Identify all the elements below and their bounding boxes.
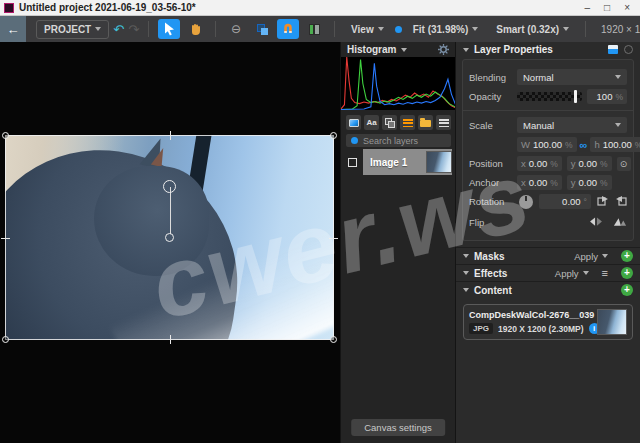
masks-title: Masks — [474, 251, 505, 262]
redo-button[interactable]: ↷ — [128, 22, 139, 37]
anchor-x-input[interactable]: x 0.00 % — [517, 175, 562, 190]
chevron-down-icon — [378, 27, 384, 31]
reset-icon[interactable] — [624, 45, 633, 54]
toolbar-separator — [215, 21, 216, 37]
flip-horizontal-button[interactable] — [589, 213, 603, 231]
rotation-dial[interactable] — [519, 195, 533, 209]
percent-unit: % — [600, 178, 608, 188]
scale-label: Scale — [469, 120, 517, 131]
scale-height-input[interactable]: h 100.00 % — [590, 137, 640, 152]
chevron-down-icon[interactable] — [401, 48, 407, 52]
zoom-fit-label: Fit (31.98%) — [413, 24, 469, 35]
search-layers-box[interactable] — [346, 134, 451, 147]
link-dimensions-toggle[interactable]: ∞ — [580, 139, 588, 151]
degree-unit: ° — [584, 197, 587, 207]
minimize-button[interactable]: – — [585, 1, 591, 15]
project-menu-button[interactable]: PROJECT — [36, 20, 109, 39]
add-content-button[interactable]: + — [621, 284, 633, 296]
selection-handle-right[interactable] — [329, 238, 338, 239]
smart-scaling-button[interactable]: Smart (0.32x) — [489, 21, 576, 38]
add-effect-button[interactable]: + — [621, 267, 633, 279]
chevron-down-icon — [463, 288, 469, 292]
add-image-button[interactable] — [346, 115, 361, 130]
add-text-button[interactable]: Aa — [364, 115, 379, 130]
effects-apply-dropdown[interactable]: Apply — [555, 268, 589, 279]
position-target-button[interactable]: ⊙ — [617, 157, 631, 171]
effects-apply-label: Apply — [555, 268, 579, 279]
selection-handle-top-right[interactable] — [330, 132, 337, 139]
layer-properties-header[interactable]: Layer Properties — [456, 42, 640, 57]
hand-tool-button[interactable] — [184, 19, 206, 39]
blending-select[interactable]: Normal — [517, 69, 627, 85]
rotate-ccw-icon — [597, 196, 609, 207]
scale-width-input[interactable]: W 100.00 % — [517, 137, 577, 152]
undo-button[interactable]: ↶ — [113, 22, 124, 37]
view-menu-button[interactable]: View — [344, 21, 391, 38]
selection-handle-bottom-left[interactable] — [2, 336, 9, 343]
position-x-input[interactable]: x 0.00 % — [517, 156, 562, 171]
layer-tools-row: Aa — [341, 115, 456, 130]
file-format-badge: JPG — [469, 323, 493, 334]
transform-tool-button[interactable] — [251, 19, 273, 39]
file-dimensions: 1920 X 1200 (2.30MP) — [498, 324, 584, 334]
percent-unit: % — [600, 159, 608, 169]
layer-visibility-checkbox[interactable] — [348, 158, 357, 167]
chevron-down-icon — [463, 271, 469, 275]
title-bar: Untitled project 2021-06-19_03-56-10* – … — [0, 0, 640, 16]
duplicate-layer-button[interactable] — [382, 115, 397, 130]
presets-icon[interactable] — [608, 45, 618, 54]
y-label: y — [571, 158, 576, 169]
histogram-title: Histogram — [347, 44, 396, 55]
opacity-slider[interactable] — [517, 92, 582, 101]
selection-handle-top-left[interactable] — [2, 132, 9, 139]
add-adjustment-button[interactable] — [400, 115, 415, 130]
search-layers-input[interactable] — [363, 136, 446, 146]
selection-handle-left[interactable] — [1, 238, 10, 239]
selection-handle-bottom-right[interactable] — [330, 336, 337, 343]
histogram-chart — [341, 57, 456, 110]
rotate-cw-button[interactable] — [615, 196, 627, 207]
layer-list-menu-button[interactable] — [436, 115, 451, 130]
anchor-y-input[interactable]: y 0.00 % — [567, 175, 612, 190]
opacity-slider-handle[interactable] — [574, 90, 577, 103]
close-button[interactable]: × — [624, 1, 630, 15]
content-section-header[interactable]: Content + — [456, 281, 640, 298]
new-folder-button[interactable] — [418, 115, 433, 130]
flip-vertical-button[interactable] — [613, 213, 627, 231]
scale-mode-select[interactable]: Manual — [517, 117, 627, 133]
maximize-button[interactable]: □ — [604, 1, 610, 15]
effects-section-header[interactable]: Effects Apply ≡ + — [456, 264, 640, 281]
rotation-handle[interactable] — [163, 180, 176, 193]
canvas-area[interactable] — [0, 42, 340, 443]
scale-row: Scale Manual — [469, 117, 627, 133]
flip-row: Flip — [469, 213, 627, 231]
rotation-input[interactable]: 0.00 ° — [539, 194, 591, 209]
content-card[interactable]: CompDeskWalCol-2676__039 JPG 1920 X 1200… — [463, 304, 633, 340]
y-label: y — [571, 177, 576, 188]
layer-name: Image 1 — [370, 157, 426, 168]
snapping-toggle-button[interactable] — [277, 19, 299, 39]
masks-apply-dropdown[interactable]: Apply — [574, 251, 608, 262]
chevron-down-icon — [472, 27, 478, 31]
masks-section-header[interactable]: Masks Apply + — [456, 247, 640, 264]
back-button[interactable]: ← — [0, 16, 26, 42]
guides-toggle-button[interactable] — [303, 19, 325, 39]
canvas-settings-button[interactable]: Canvas settings — [351, 419, 445, 436]
opacity-value-box[interactable]: 100 % — [587, 89, 627, 104]
rotation-row: Rotation 0.00 ° — [469, 194, 627, 209]
add-mask-button[interactable]: + — [621, 250, 633, 262]
position-y-input[interactable]: y 0.00 % — [567, 156, 612, 171]
layer-item[interactable]: Image 1 — [363, 149, 452, 175]
anchor-point[interactable] — [165, 233, 174, 242]
selection-handle-top[interactable] — [170, 131, 171, 140]
layer-row[interactable]: Image 1 — [341, 149, 456, 175]
toolbar-separator — [334, 21, 335, 37]
zoom-fit-button[interactable]: Fit (31.98%) — [406, 21, 486, 38]
effects-menu-button[interactable]: ≡ — [602, 267, 608, 279]
gear-icon[interactable] — [438, 44, 449, 55]
select-tool-button[interactable] — [158, 19, 180, 39]
mask-overlay-toggle-button[interactable]: ⊖ — [225, 19, 247, 39]
rotate-ccw-button[interactable] — [597, 196, 609, 207]
folder-icon — [420, 120, 431, 127]
selection-handle-bottom[interactable] — [170, 335, 171, 344]
